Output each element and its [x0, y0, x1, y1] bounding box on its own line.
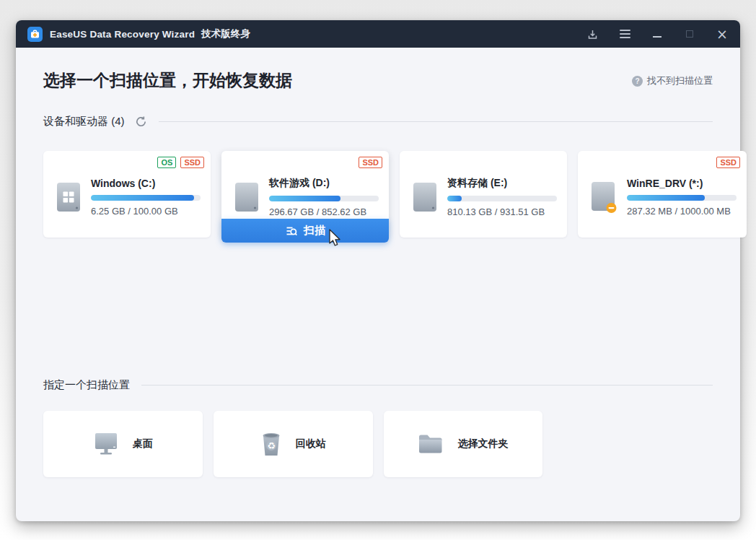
scan-icon — [285, 225, 298, 238]
ssd-badge: SSD — [716, 157, 740, 168]
app-edition: 技术版终身 — [201, 27, 250, 40]
app-title: EaseUS Data Recovery Wizard — [50, 29, 195, 40]
location-cards: 桌面 ♻ 回收站 — [43, 411, 713, 477]
drive-size: 287.32 MB / 1000.00 MB — [627, 206, 737, 217]
locations-section-label: 指定一个扫描位置 — [43, 378, 130, 392]
drive-card-c[interactable]: OS SSD — [43, 151, 211, 238]
usage-bar — [91, 195, 201, 201]
menu-icon[interactable] — [618, 27, 631, 40]
svg-text:♻: ♻ — [267, 440, 276, 451]
scan-button-label: 扫描 — [304, 224, 325, 238]
drive-card-winre[interactable]: SSD WinRE_DRV (*:) — [578, 151, 747, 238]
maximize-button[interactable] — [683, 27, 696, 40]
select-folder-card[interactable]: 选择文件夹 — [384, 411, 543, 477]
drive-card-d[interactable]: SSD 软件游戏 (D:) 296.67 GB / 852. — [221, 151, 389, 238]
drive-size: 6.25 GB / 100.00 GB — [91, 206, 201, 217]
recycle-bin-icon: ♻ — [260, 431, 282, 457]
main-content: 选择一个扫描位置，开始恢复数据 ? 找不到扫描位置 设备和驱动器 (4) — [16, 48, 740, 521]
drive-name: 软件游戏 (D:) — [269, 177, 379, 190]
scan-button[interactable]: 扫描 — [221, 219, 389, 243]
drives-section-header: 设备和驱动器 (4) — [43, 115, 713, 129]
drive-size: 810.13 GB / 931.51 GB — [447, 206, 557, 217]
drive-size: 296.67 GB / 852.62 GB — [269, 206, 379, 217]
drive-icon-noletter — [590, 181, 617, 213]
recycle-bin-card[interactable]: ♻ 回收站 — [214, 411, 373, 477]
drive-card-e[interactable]: 资料存储 (E:) 810.13 GB / 931.51 GB — [400, 151, 567, 238]
drives-section-label: 设备和驱动器 (4) — [43, 115, 125, 129]
export-download-icon[interactable] — [586, 27, 599, 40]
drive-cards: OS SSD — [43, 151, 713, 238]
os-badge: OS — [157, 157, 176, 168]
cant-find-location-link[interactable]: ? 找不到扫描位置 — [632, 74, 713, 87]
usage-bar — [269, 196, 379, 201]
close-button[interactable]: × — [716, 27, 729, 40]
desktop-card[interactable]: 桌面 — [43, 411, 203, 477]
refresh-icon[interactable] — [135, 116, 147, 128]
page-title: 选择一个扫描位置，开始恢复数据 — [43, 69, 292, 91]
drive-icon — [412, 182, 438, 212]
ssd-badge: SSD — [180, 157, 204, 168]
drive-name: Windows (C:) — [91, 178, 201, 189]
section-divider — [141, 385, 713, 386]
recycle-bin-label: 回收站 — [296, 437, 326, 450]
folder-icon — [418, 433, 444, 455]
help-link-label: 找不到扫描位置 — [647, 74, 713, 87]
section-divider — [159, 121, 713, 122]
drive-name: WinRE_DRV (*:) — [627, 178, 737, 189]
desktop-label: 桌面 — [133, 437, 153, 450]
drive-icon — [234, 182, 260, 212]
app-window: EaseUS Data Recovery Wizard 技术版终身 × — [16, 20, 740, 521]
app-logo-icon — [27, 27, 43, 42]
ssd-badge: SSD — [359, 157, 382, 168]
drive-name: 资料存储 (E:) — [447, 177, 557, 190]
select-folder-label: 选择文件夹 — [457, 437, 508, 450]
usage-bar — [447, 196, 557, 201]
locations-section-header: 指定一个扫描位置 — [43, 378, 713, 392]
titlebar: EaseUS Data Recovery Wizard 技术版终身 × — [16, 20, 740, 48]
help-icon: ? — [632, 76, 643, 87]
usage-bar — [627, 195, 737, 201]
desktop-icon — [93, 432, 119, 456]
window-controls: × — [586, 27, 729, 40]
drive-icon-windows — [56, 182, 82, 212]
minimize-button[interactable] — [651, 27, 664, 40]
